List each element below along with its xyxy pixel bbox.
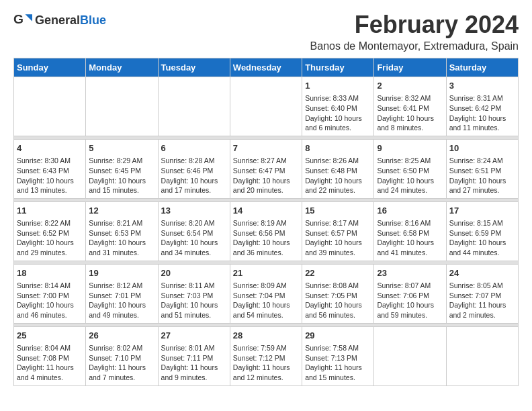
day-number: 20 <box>161 267 227 279</box>
calendar-cell: 25Sunrise: 8:04 AM Sunset: 7:08 PM Dayli… <box>14 326 86 385</box>
cell-content: Sunrise: 8:01 AM Sunset: 7:11 PM Dayligh… <box>161 343 227 383</box>
logo-text-blue: Blue <box>80 13 106 27</box>
calendar-cell: 2Sunrise: 8:32 AM Sunset: 6:41 PM Daylig… <box>374 77 446 136</box>
cell-content: Sunrise: 8:17 AM Sunset: 6:57 PM Dayligh… <box>305 218 371 258</box>
day-number: 10 <box>449 142 515 154</box>
calendar-cell: 15Sunrise: 8:17 AM Sunset: 6:57 PM Dayli… <box>302 201 374 261</box>
calendar-cell: 23Sunrise: 8:07 AM Sunset: 7:06 PM Dayli… <box>374 264 446 323</box>
cell-content: Sunrise: 8:21 AM Sunset: 6:53 PM Dayligh… <box>89 218 154 258</box>
calendar-cell: 28Sunrise: 7:59 AM Sunset: 7:12 PM Dayli… <box>230 326 302 385</box>
calendar-cell: 12Sunrise: 8:21 AM Sunset: 6:53 PM Dayli… <box>86 201 158 261</box>
cell-content: Sunrise: 8:14 AM Sunset: 7:00 PM Dayligh… <box>17 281 83 320</box>
calendar-cell: 5Sunrise: 8:29 AM Sunset: 6:45 PM Daylig… <box>86 139 158 198</box>
cell-content: Sunrise: 8:20 AM Sunset: 6:54 PM Dayligh… <box>161 218 227 258</box>
calendar-cell: 3Sunrise: 8:31 AM Sunset: 6:42 PM Daylig… <box>446 77 518 136</box>
day-number: 13 <box>161 205 227 217</box>
header-day-tuesday: Tuesday <box>158 58 230 77</box>
calendar-cell: 6Sunrise: 8:28 AM Sunset: 6:46 PM Daylig… <box>158 139 230 198</box>
cell-content: Sunrise: 8:28 AM Sunset: 6:46 PM Dayligh… <box>161 156 227 195</box>
day-number: 22 <box>305 267 371 279</box>
day-number: 1 <box>305 80 371 92</box>
calendar-cell: 19Sunrise: 8:12 AM Sunset: 7:01 PM Dayli… <box>86 264 158 323</box>
day-number: 19 <box>89 267 154 279</box>
cell-content: Sunrise: 8:15 AM Sunset: 6:59 PM Dayligh… <box>449 218 515 258</box>
calendar-cell <box>14 77 86 136</box>
calendar-cell: 13Sunrise: 8:20 AM Sunset: 6:54 PM Dayli… <box>158 201 230 261</box>
day-number: 14 <box>233 205 299 217</box>
day-number: 24 <box>449 267 515 279</box>
day-number: 8 <box>305 142 371 154</box>
day-number: 2 <box>377 80 443 92</box>
day-number: 6 <box>161 142 227 154</box>
cell-content: Sunrise: 8:19 AM Sunset: 6:56 PM Dayligh… <box>233 218 299 258</box>
calendar-cell: 16Sunrise: 8:16 AM Sunset: 6:58 PM Dayli… <box>374 201 446 261</box>
title-section: February 2024 Banos de Montemayor, Extre… <box>310 11 519 52</box>
cell-content: Sunrise: 8:09 AM Sunset: 7:04 PM Dayligh… <box>233 281 299 320</box>
cell-content: Sunrise: 7:59 AM Sunset: 7:12 PM Dayligh… <box>233 343 299 383</box>
cell-content: Sunrise: 8:08 AM Sunset: 7:05 PM Dayligh… <box>305 281 371 320</box>
cell-content: Sunrise: 8:05 AM Sunset: 7:07 PM Dayligh… <box>449 281 515 320</box>
header-day-saturday: Saturday <box>446 58 518 77</box>
header: G GeneralBlue February 2024 Banos de Mon… <box>13 11 519 52</box>
calendar-cell: 26Sunrise: 8:02 AM Sunset: 7:10 PM Dayli… <box>86 326 158 385</box>
cell-content: Sunrise: 8:31 AM Sunset: 6:42 PM Dayligh… <box>449 93 515 133</box>
calendar-week-row: 25Sunrise: 8:04 AM Sunset: 7:08 PM Dayli… <box>14 326 519 385</box>
day-number: 28 <box>233 330 299 342</box>
calendar-cell: 14Sunrise: 8:19 AM Sunset: 6:56 PM Dayli… <box>230 201 302 261</box>
calendar-table: SundayMondayTuesdayWednesdayThursdayFrid… <box>13 58 519 386</box>
day-number: 23 <box>377 267 443 279</box>
day-number: 21 <box>233 267 299 279</box>
day-number: 15 <box>305 205 371 217</box>
cell-content: Sunrise: 8:22 AM Sunset: 6:52 PM Dayligh… <box>17 218 83 258</box>
logo: G GeneralBlue <box>13 11 106 30</box>
cell-content: Sunrise: 8:26 AM Sunset: 6:48 PM Dayligh… <box>305 156 371 195</box>
calendar-cell: 22Sunrise: 8:08 AM Sunset: 7:05 PM Dayli… <box>302 264 374 323</box>
cell-content: Sunrise: 8:25 AM Sunset: 6:50 PM Dayligh… <box>377 156 443 195</box>
cell-content: Sunrise: 8:33 AM Sunset: 6:40 PM Dayligh… <box>305 93 371 133</box>
header-day-sunday: Sunday <box>14 58 86 77</box>
calendar-week-row: 1Sunrise: 8:33 AM Sunset: 6:40 PM Daylig… <box>14 77 519 136</box>
calendar-cell: 9Sunrise: 8:25 AM Sunset: 6:50 PM Daylig… <box>374 139 446 198</box>
calendar-cell: 7Sunrise: 8:27 AM Sunset: 6:47 PM Daylig… <box>230 139 302 198</box>
cell-content: Sunrise: 8:16 AM Sunset: 6:58 PM Dayligh… <box>377 218 443 258</box>
day-number: 4 <box>17 142 83 154</box>
calendar-cell: 10Sunrise: 8:24 AM Sunset: 6:51 PM Dayli… <box>446 139 518 198</box>
day-number: 29 <box>305 330 371 342</box>
day-number: 12 <box>89 205 154 217</box>
day-number: 26 <box>89 330 154 342</box>
calendar-header-row: SundayMondayTuesdayWednesdayThursdayFrid… <box>14 58 519 77</box>
calendar-cell: 29Sunrise: 7:58 AM Sunset: 7:13 PM Dayli… <box>302 326 374 385</box>
header-day-monday: Monday <box>86 58 158 77</box>
svg-marker-1 <box>26 14 33 21</box>
cell-content: Sunrise: 8:12 AM Sunset: 7:01 PM Dayligh… <box>89 281 154 320</box>
day-number: 17 <box>449 205 515 217</box>
calendar-cell: 4Sunrise: 8:30 AM Sunset: 6:43 PM Daylig… <box>14 139 86 198</box>
calendar-cell: 24Sunrise: 8:05 AM Sunset: 7:07 PM Dayli… <box>446 264 518 323</box>
calendar-cell <box>374 326 446 385</box>
day-number: 18 <box>17 267 83 279</box>
logo-text-general: General <box>35 13 80 27</box>
day-number: 3 <box>449 80 515 92</box>
day-number: 5 <box>89 142 154 154</box>
calendar-cell <box>446 326 518 385</box>
calendar-week-row: 18Sunrise: 8:14 AM Sunset: 7:00 PM Dayli… <box>14 264 519 323</box>
cell-content: Sunrise: 7:58 AM Sunset: 7:13 PM Dayligh… <box>305 343 371 383</box>
calendar-cell <box>86 77 158 136</box>
cell-content: Sunrise: 8:07 AM Sunset: 7:06 PM Dayligh… <box>377 281 443 320</box>
header-day-wednesday: Wednesday <box>230 58 302 77</box>
cell-content: Sunrise: 8:24 AM Sunset: 6:51 PM Dayligh… <box>449 156 515 195</box>
page-title: February 2024 <box>310 11 519 39</box>
calendar-cell: 8Sunrise: 8:26 AM Sunset: 6:48 PM Daylig… <box>302 139 374 198</box>
day-number: 7 <box>233 142 299 154</box>
cell-content: Sunrise: 8:04 AM Sunset: 7:08 PM Dayligh… <box>17 343 83 383</box>
cell-content: Sunrise: 8:29 AM Sunset: 6:45 PM Dayligh… <box>89 156 154 195</box>
header-day-friday: Friday <box>374 58 446 77</box>
cell-content: Sunrise: 8:11 AM Sunset: 7:03 PM Dayligh… <box>161 281 227 320</box>
logo-icon: G <box>13 11 32 30</box>
calendar-week-row: 11Sunrise: 8:22 AM Sunset: 6:52 PM Dayli… <box>14 201 519 261</box>
header-day-thursday: Thursday <box>302 58 374 77</box>
calendar-cell: 11Sunrise: 8:22 AM Sunset: 6:52 PM Dayli… <box>14 201 86 261</box>
calendar-cell: 21Sunrise: 8:09 AM Sunset: 7:04 PM Dayli… <box>230 264 302 323</box>
cell-content: Sunrise: 8:27 AM Sunset: 6:47 PM Dayligh… <box>233 156 299 195</box>
calendar-cell: 17Sunrise: 8:15 AM Sunset: 6:59 PM Dayli… <box>446 201 518 261</box>
